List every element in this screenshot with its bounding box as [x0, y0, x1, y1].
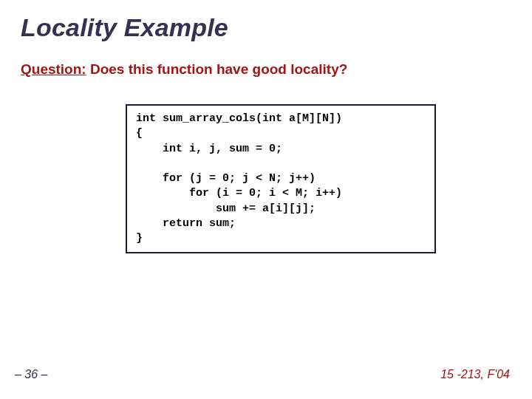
course-tag: 15 -213, F'04 — [440, 368, 510, 381]
question-line: Question: Does this function have good l… — [21, 61, 511, 78]
question-text: Does this function have good locality? — [86, 61, 348, 77]
slide-title: Locality Example — [21, 13, 511, 42]
slide-number: – 36 – — [15, 368, 47, 381]
question-label: Question: — [21, 61, 86, 77]
code-box: int sum_array_cols(int a[M][N]) { int i,… — [126, 104, 436, 253]
slide: Locality Example Question: Does this fun… — [0, 0, 532, 399]
code-snippet: int sum_array_cols(int a[M][N]) { int i,… — [136, 112, 426, 246]
